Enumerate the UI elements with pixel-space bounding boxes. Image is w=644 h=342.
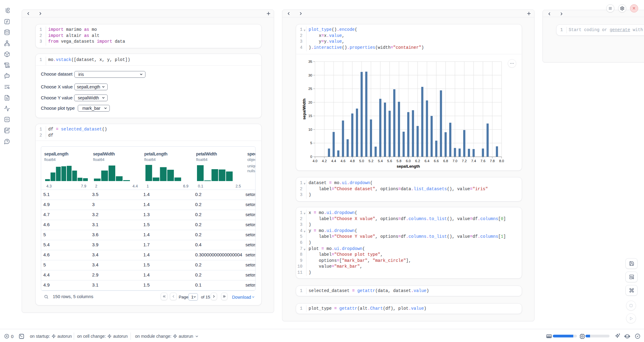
svg-text:7.4: 7.4: [471, 159, 476, 163]
svg-text:4.2: 4.2: [322, 159, 327, 163]
svg-text:6.0: 6.0: [406, 159, 411, 163]
svg-text:5.2: 5.2: [369, 159, 374, 163]
svg-text:10: 10: [308, 128, 312, 131]
svg-text:7.0: 7.0: [453, 159, 457, 163]
svg-text:0: 0: [310, 155, 312, 159]
svg-text:sepalLength: sepalLength: [397, 164, 420, 169]
svg-text:5: 5: [310, 141, 312, 145]
svg-text:5.6: 5.6: [387, 159, 392, 163]
svg-text:7.8: 7.8: [490, 159, 495, 163]
svg-text:5.8: 5.8: [396, 159, 401, 163]
svg-text:25: 25: [308, 87, 312, 91]
svg-text:7.2: 7.2: [462, 159, 467, 163]
svg-text:4.8: 4.8: [350, 159, 355, 163]
svg-text:35: 35: [308, 60, 312, 63]
svg-text:5.0: 5.0: [359, 159, 364, 163]
svg-text:6.2: 6.2: [415, 159, 420, 163]
svg-text:6.8: 6.8: [443, 159, 448, 163]
svg-text:20: 20: [308, 101, 312, 104]
svg-text:4.6: 4.6: [341, 159, 345, 163]
svg-text:5.4: 5.4: [378, 159, 383, 163]
svg-text:6.4: 6.4: [424, 159, 430, 163]
svg-text:4.0: 4.0: [313, 159, 317, 163]
svg-text:6.6: 6.6: [434, 159, 439, 163]
svg-text:7.6: 7.6: [481, 159, 485, 163]
svg-text:30: 30: [308, 73, 312, 77]
svg-text:8.0: 8.0: [499, 159, 504, 163]
svg-text:15: 15: [308, 114, 312, 118]
svg-text:sepalWidth: sepalWidth: [302, 98, 306, 119]
svg-text:4.4: 4.4: [331, 159, 336, 163]
